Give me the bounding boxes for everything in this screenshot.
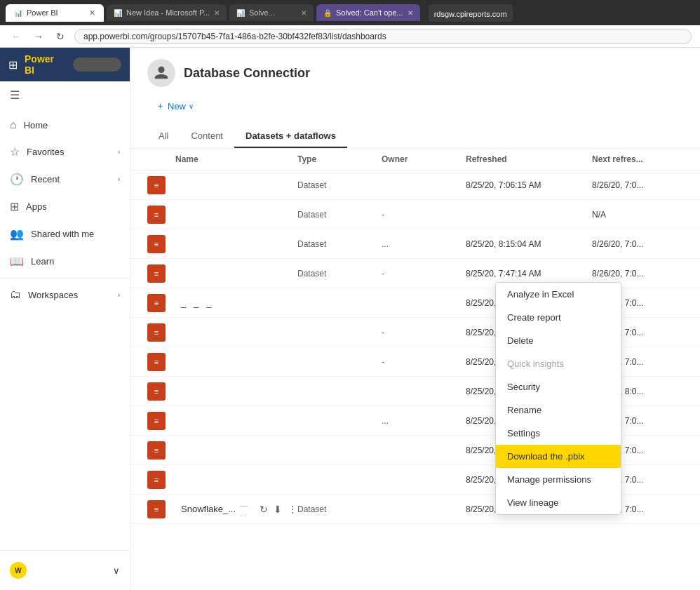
address-bar: ← → ↻ <box>0 25 700 48</box>
row-owner-6: - <box>382 357 466 367</box>
dataset-icon-6: ≡ <box>147 353 166 371</box>
context-menu-security[interactable]: Security <box>496 375 621 398</box>
tab2-label: New Idea - Microsoft P... <box>126 8 210 17</box>
table-row[interactable]: ≡ Dataset ... 8/25/20, 8:15:04 AM 8/26/2… <box>130 229 700 259</box>
row-refreshed-2: 8/25/20, 8:15:04 AM <box>466 239 592 249</box>
sidebar-item-apps[interactable]: ⊞ Apps <box>0 193 130 220</box>
tab2-close[interactable]: ✕ <box>214 9 220 17</box>
workspaces-icon: 🗂 <box>10 288 21 301</box>
tab-3[interactable]: 📊 Solve... ✕ <box>229 4 314 21</box>
table-row[interactable]: ≡ Dataset - N/A <box>130 200 700 229</box>
sidebar-item-workspaces[interactable]: 🗂 Workspaces › <box>0 281 130 308</box>
col-refreshed: Refreshed <box>466 154 592 164</box>
workspace-avatar: W <box>10 562 27 579</box>
table-row[interactable]: ≡ Dataset 8/25/20, 7:06:15 AM 8/26/20, 7… <box>130 170 700 200</box>
tab2-icon: 📊 <box>114 9 122 17</box>
external-link[interactable]: rdsgw.cpireports.com <box>429 4 513 22</box>
tabs-row: All Content Datasets + dataflows <box>147 125 683 148</box>
home-icon: ⌂ <box>10 119 17 131</box>
sidebar-label-shared: Shared with me <box>31 229 120 239</box>
refresh-button[interactable]: ↻ <box>53 29 67 43</box>
dataset-icon-5: ≡ <box>147 323 166 342</box>
tab4-label: Solved: Can't ope... <box>336 8 403 17</box>
workspaces-chevron: › <box>118 291 120 299</box>
back-button[interactable]: ← <box>8 29 24 43</box>
row-next-2: 8/26/20, 7:0... <box>592 239 683 249</box>
col-name: Name <box>175 154 297 164</box>
table-header: Name Type Owner Refreshed Next refres... <box>130 149 700 170</box>
dataset-icon-0: ≡ <box>147 176 166 194</box>
tab-4[interactable]: 🔒 Solved: Can't ope... ✕ <box>316 4 420 21</box>
row-type-1: Dataset <box>297 210 382 220</box>
forward-button[interactable]: → <box>31 29 46 43</box>
row-owner-8: ... <box>382 416 466 426</box>
row-owner-1: - <box>382 210 466 220</box>
main-content: Database Connectior ＋ New ∨ All Content … <box>130 48 700 590</box>
context-menu-quick-insights[interactable]: Quick insights <box>496 352 621 375</box>
sidebar-item-learn[interactable]: 📖 Learn <box>0 248 130 275</box>
learn-icon: 📖 <box>10 255 24 268</box>
tab-2[interactable]: 📊 New Idea - Microsoft P... ✕ <box>107 4 227 21</box>
tab3-label: Solve... <box>249 8 275 17</box>
row-next-3: 8/26/20, 7:0... <box>592 269 683 279</box>
tab4-close[interactable]: ✕ <box>408 9 413 17</box>
context-menu-settings[interactable]: Settings <box>496 422 621 445</box>
sidebar-label-workspaces: Workspaces <box>28 290 111 300</box>
tab3-icon: 📊 <box>236 9 245 17</box>
context-menu-download[interactable]: Download the .pbix <box>496 445 621 468</box>
workspace-item-chevron: ∨ <box>113 565 120 576</box>
sidebar-header: ⊞ Power BI <box>0 48 130 81</box>
context-menu-view-lineage[interactable]: View lineage <box>496 491 621 514</box>
tab-content[interactable]: Content <box>180 125 234 148</box>
dataset-icon-3: ≡ <box>147 264 166 283</box>
row-more-icon[interactable]: ⋮ <box>288 504 297 515</box>
tab3-close[interactable]: ✕ <box>301 9 307 17</box>
tab-all[interactable]: All <box>147 125 180 148</box>
dataset-icon-4: ≡ <box>147 294 166 312</box>
row-owner-3: - <box>382 269 466 279</box>
recent-chevron: › <box>118 175 120 183</box>
tab-close[interactable]: ✕ <box>89 8 95 18</box>
workspace-item[interactable]: W ∨ <box>0 556 130 584</box>
col-next: Next refres... <box>592 154 683 164</box>
sidebar-item-favorites[interactable]: ☆ Favorites › <box>0 138 130 166</box>
context-menu-analyze[interactable]: Analyze in Excel <box>496 283 621 306</box>
col-owner: Owner <box>382 154 466 164</box>
row-refresh-icon[interactable]: ↻ <box>260 504 268 515</box>
context-menu-create-report[interactable]: Create report <box>496 306 621 329</box>
new-button-label: New <box>168 101 186 112</box>
row-next-0: 8/26/20, 7:0... <box>592 180 683 190</box>
new-button[interactable]: ＋ New ∨ <box>147 95 202 116</box>
sidebar-label-favorites: Favorites <box>27 147 111 157</box>
workspace-name: Database Connectior <box>184 66 310 81</box>
context-menu: Analyze in Excel Create report Delete Qu… <box>495 282 621 515</box>
sidebar-item-recent[interactable]: 🕐 Recent › <box>0 166 130 193</box>
shared-icon: 👥 <box>10 227 24 241</box>
sidebar-item-home[interactable]: ⌂ Home <box>0 112 130 138</box>
hamburger-menu[interactable]: ☰ <box>0 81 130 109</box>
sidebar-label-recent: Recent <box>31 174 111 185</box>
sidebar-item-shared[interactable]: 👥 Shared with me <box>0 220 130 248</box>
tab4-icon: 🔒 <box>323 9 332 17</box>
row-name-11: Snowflake_... — ... ↻ ⬇ ⋮ <box>175 501 297 518</box>
context-menu-manage-permissions[interactable]: Manage permissions <box>496 468 621 491</box>
tab-icon: 📊 <box>14 9 22 17</box>
waffle-icon[interactable]: ⊞ <box>8 58 18 72</box>
row-name-4: _ _ _ <box>175 297 297 308</box>
context-menu-delete[interactable]: Delete <box>496 329 621 352</box>
row-ellipsis-menu: — ... <box>240 501 253 518</box>
sidebar-label-apps: Apps <box>26 201 120 212</box>
content-area: Name Type Owner Refreshed Next refres...… <box>130 149 700 590</box>
row-owner-2: ... <box>382 239 466 249</box>
browser-chrome: 📊 Power BI ✕ 📊 New Idea - Microsoft P...… <box>0 0 700 25</box>
tab-datasets[interactable]: Datasets + dataflows <box>234 125 347 148</box>
row-download-icon[interactable]: ⬇ <box>274 504 282 515</box>
col-type: Type <box>297 154 382 164</box>
row-owner-5: - <box>382 328 466 337</box>
sidebar-bottom: W ∨ <box>0 550 130 590</box>
url-input[interactable] <box>74 29 692 44</box>
active-tab[interactable]: 📊 Power BI ✕ <box>6 4 104 22</box>
user-avatar-placeholder <box>73 58 121 72</box>
context-menu-rename[interactable]: Rename <box>496 398 621 422</box>
favorites-chevron: › <box>118 148 120 156</box>
